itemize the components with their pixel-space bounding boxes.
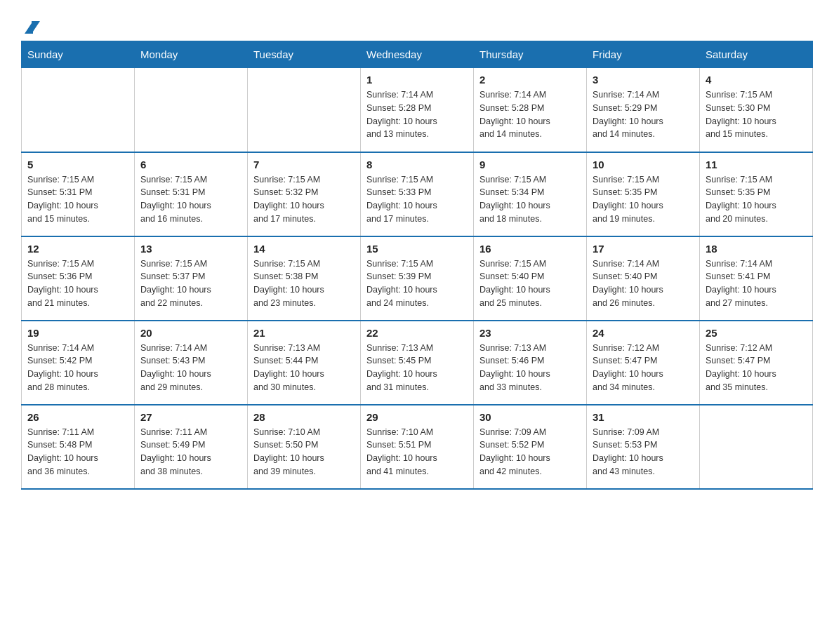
day-info: Sunrise: 7:13 AMSunset: 5:44 PMDaylight:… [253,342,355,394]
calendar-cell [135,68,248,152]
day-number: 8 [366,159,468,170]
page-header [21,14,813,34]
day-info: Sunrise: 7:15 AMSunset: 5:30 PMDaylight:… [706,88,807,141]
day-info: Sunrise: 7:14 AMSunset: 5:41 PMDaylight:… [706,257,807,310]
day-number: 13 [140,243,241,255]
day-number: 10 [593,159,694,170]
day-number: 21 [253,327,355,339]
calendar-cell: 6Sunrise: 7:15 AMSunset: 5:31 PMDaylight… [135,152,248,236]
calendar-cell: 9Sunrise: 7:15 AMSunset: 5:34 PMDaylight… [474,152,587,236]
calendar-cell [248,68,361,152]
day-info: Sunrise: 7:11 AMSunset: 5:49 PMDaylight:… [140,426,241,478]
day-info: Sunrise: 7:09 AMSunset: 5:52 PMDaylight:… [479,426,581,478]
calendar-cell [700,405,813,489]
calendar-week-row: 26Sunrise: 7:11 AMSunset: 5:48 PMDayligh… [22,405,813,489]
calendar-cell: 3Sunrise: 7:14 AMSunset: 5:29 PMDaylight… [587,68,700,152]
calendar-cell: 14Sunrise: 7:15 AMSunset: 5:38 PMDayligh… [248,236,361,321]
calendar-cell: 5Sunrise: 7:15 AMSunset: 5:31 PMDaylight… [22,152,135,236]
calendar-cell: 11Sunrise: 7:15 AMSunset: 5:35 PMDayligh… [700,152,813,236]
day-number: 17 [593,243,694,255]
day-info: Sunrise: 7:15 AMSunset: 5:31 PMDaylight:… [27,173,128,226]
day-number: 14 [253,243,355,255]
day-number: 16 [479,243,581,255]
calendar-cell: 22Sunrise: 7:13 AMSunset: 5:45 PMDayligh… [361,321,474,405]
day-number: 20 [140,327,241,339]
calendar-cell: 7Sunrise: 7:15 AMSunset: 5:32 PMDaylight… [248,152,361,236]
calendar-cell: 19Sunrise: 7:14 AMSunset: 5:42 PMDayligh… [22,321,135,405]
day-number: 28 [253,411,355,423]
calendar-cell: 23Sunrise: 7:13 AMSunset: 5:46 PMDayligh… [474,321,587,405]
day-info: Sunrise: 7:12 AMSunset: 5:47 PMDaylight:… [706,342,807,394]
day-info: Sunrise: 7:15 AMSunset: 5:33 PMDaylight:… [366,173,468,226]
day-number: 2 [479,74,581,86]
day-info: Sunrise: 7:13 AMSunset: 5:45 PMDaylight:… [366,342,468,394]
day-number: 27 [140,411,241,423]
calendar-cell: 17Sunrise: 7:14 AMSunset: 5:40 PMDayligh… [587,236,700,321]
day-number: 7 [253,159,355,170]
day-info: Sunrise: 7:14 AMSunset: 5:28 PMDaylight:… [366,88,468,141]
col-tuesday: Tuesday [248,41,361,68]
calendar-cell: 26Sunrise: 7:11 AMSunset: 5:48 PMDayligh… [22,405,135,489]
day-number: 9 [479,159,581,170]
day-info: Sunrise: 7:14 AMSunset: 5:42 PMDaylight:… [27,342,128,394]
calendar-cell: 28Sunrise: 7:10 AMSunset: 5:50 PMDayligh… [248,405,361,489]
day-info: Sunrise: 7:09 AMSunset: 5:53 PMDaylight:… [593,426,694,478]
day-info: Sunrise: 7:14 AMSunset: 5:40 PMDaylight:… [593,257,694,310]
calendar-week-row: 5Sunrise: 7:15 AMSunset: 5:31 PMDaylight… [22,152,813,236]
day-number: 18 [706,243,807,255]
logo [21,21,40,34]
col-monday: Monday [135,41,248,68]
calendar-cell [22,68,135,152]
calendar-cell: 24Sunrise: 7:12 AMSunset: 5:47 PMDayligh… [587,321,700,405]
day-info: Sunrise: 7:13 AMSunset: 5:46 PMDaylight:… [479,342,581,394]
day-number: 4 [706,74,807,86]
col-wednesday: Wednesday [361,41,474,68]
day-info: Sunrise: 7:12 AMSunset: 5:47 PMDaylight:… [593,342,694,394]
calendar-cell: 20Sunrise: 7:14 AMSunset: 5:43 PMDayligh… [135,321,248,405]
day-info: Sunrise: 7:14 AMSunset: 5:28 PMDaylight:… [479,88,581,141]
calendar-cell: 25Sunrise: 7:12 AMSunset: 5:47 PMDayligh… [700,321,813,405]
day-info: Sunrise: 7:15 AMSunset: 5:34 PMDaylight:… [479,173,581,226]
col-friday: Friday [587,41,700,68]
day-info: Sunrise: 7:11 AMSunset: 5:48 PMDaylight:… [27,426,128,478]
day-number: 12 [27,243,128,255]
day-number: 25 [706,327,807,339]
day-number: 26 [27,411,128,423]
day-info: Sunrise: 7:15 AMSunset: 5:36 PMDaylight:… [27,257,128,310]
col-sunday: Sunday [22,41,135,68]
day-number: 3 [593,74,694,86]
day-info: Sunrise: 7:14 AMSunset: 5:29 PMDaylight:… [593,88,694,141]
day-info: Sunrise: 7:15 AMSunset: 5:40 PMDaylight:… [479,257,581,310]
day-number: 23 [479,327,581,339]
calendar-cell: 16Sunrise: 7:15 AMSunset: 5:40 PMDayligh… [474,236,587,321]
calendar-cell: 10Sunrise: 7:15 AMSunset: 5:35 PMDayligh… [587,152,700,236]
col-saturday: Saturday [700,41,813,68]
calendar-cell: 1Sunrise: 7:14 AMSunset: 5:28 PMDaylight… [361,68,474,152]
calendar-week-row: 19Sunrise: 7:14 AMSunset: 5:42 PMDayligh… [22,321,813,405]
calendar-cell: 8Sunrise: 7:15 AMSunset: 5:33 PMDaylight… [361,152,474,236]
calendar-header-row: Sunday Monday Tuesday Wednesday Thursday… [22,41,813,68]
logo-icon [22,21,40,34]
day-number: 31 [593,411,694,423]
day-number: 1 [366,74,468,86]
calendar-week-row: 12Sunrise: 7:15 AMSunset: 5:36 PMDayligh… [22,236,813,321]
day-info: Sunrise: 7:10 AMSunset: 5:51 PMDaylight:… [366,426,468,478]
calendar-cell: 15Sunrise: 7:15 AMSunset: 5:39 PMDayligh… [361,236,474,321]
calendar-cell: 31Sunrise: 7:09 AMSunset: 5:53 PMDayligh… [587,405,700,489]
calendar-cell: 4Sunrise: 7:15 AMSunset: 5:30 PMDaylight… [700,68,813,152]
calendar-table: Sunday Monday Tuesday Wednesday Thursday… [21,41,813,490]
calendar-cell: 30Sunrise: 7:09 AMSunset: 5:52 PMDayligh… [474,405,587,489]
calendar-cell: 27Sunrise: 7:11 AMSunset: 5:49 PMDayligh… [135,405,248,489]
col-thursday: Thursday [474,41,587,68]
day-number: 5 [27,159,128,170]
calendar-cell: 13Sunrise: 7:15 AMSunset: 5:37 PMDayligh… [135,236,248,321]
day-info: Sunrise: 7:15 AMSunset: 5:35 PMDaylight:… [706,173,807,226]
day-number: 15 [366,243,468,255]
day-info: Sunrise: 7:14 AMSunset: 5:43 PMDaylight:… [140,342,241,394]
calendar-cell: 29Sunrise: 7:10 AMSunset: 5:51 PMDayligh… [361,405,474,489]
day-number: 29 [366,411,468,423]
day-info: Sunrise: 7:15 AMSunset: 5:32 PMDaylight:… [253,173,355,226]
day-number: 11 [706,159,807,170]
day-info: Sunrise: 7:15 AMSunset: 5:39 PMDaylight:… [366,257,468,310]
day-info: Sunrise: 7:15 AMSunset: 5:31 PMDaylight:… [140,173,241,226]
